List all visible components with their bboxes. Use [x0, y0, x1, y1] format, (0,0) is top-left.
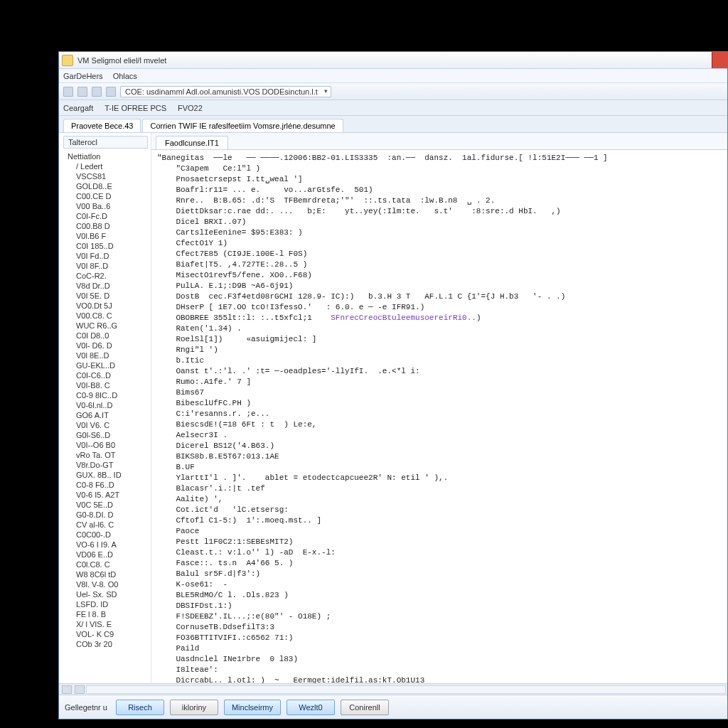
tree-item-38[interactable]: VO-6 I I9. A: [68, 540, 151, 550]
code-line-48: I8lteae':: [157, 665, 722, 675]
tree-item-44[interactable]: LSFD. ID: [68, 599, 151, 609]
code-area[interactable]: "Banegitas ──le ── ────.12006:BB2-01.LIS…: [151, 150, 727, 683]
tree-item-16[interactable]: WUC R6..G: [68, 321, 151, 331]
tree-item-3[interactable]: C00.CE D: [68, 191, 151, 201]
tree-item-13[interactable]: V0I 5E. D: [68, 291, 151, 301]
scroll-right-icon[interactable]: [75, 685, 85, 694]
footer-button-0[interactable]: Risech: [116, 700, 164, 715]
tree-item-27[interactable]: G0l-S6..D: [68, 430, 151, 440]
menu-item-0[interactable]: GarDeHers: [63, 72, 103, 80]
tree-item-11[interactable]: CoC-R2.: [68, 271, 151, 281]
tree-item-14[interactable]: VO0.Dt 5J: [68, 301, 151, 311]
main-tab-0[interactable]: Faodlcunse.IT1: [156, 136, 228, 149]
tree-item-4[interactable]: V00 Ba..6: [68, 201, 151, 211]
tree-item-25[interactable]: GO6 A.IT: [68, 410, 151, 420]
toolbar-icon-3[interactable]: [92, 87, 102, 97]
code-line-11: MisectO1revf5/fene. XO0..F68): [157, 270, 722, 281]
tree-item-9[interactable]: V0I Fd..D: [68, 251, 151, 261]
menubar: GarDeHers Ohlacs: [59, 69, 727, 83]
scroll-left-icon[interactable]: [62, 685, 72, 694]
tree-item-17[interactable]: C0I D8..0: [68, 331, 151, 341]
tree-item-43[interactable]: Uel- Sx. SD: [68, 589, 151, 599]
footer-button-3[interactable]: Wezlt0: [287, 700, 335, 715]
scroll-track[interactable]: [86, 685, 726, 694]
tree-item-35[interactable]: G0-8.DI. D: [68, 510, 151, 520]
tree-item-6[interactable]: C00.B8 D: [68, 221, 151, 231]
footer-button-2[interactable]: Minclseirmy: [224, 700, 281, 715]
tree-item-1[interactable]: VSCS81: [68, 171, 151, 181]
tree-item-41[interactable]: W8 8C6l tD: [68, 569, 151, 579]
tree-item-42[interactable]: V8l. V-8. O0: [68, 579, 151, 589]
code-line-35: Paoce: [157, 526, 722, 537]
tree-item-0[interactable]: / Ledert: [68, 161, 151, 171]
horizontal-scrollbar[interactable]: [59, 683, 727, 695]
tab-0[interactable]: Praovete Bece.43: [63, 119, 141, 132]
tree-item-5[interactable]: C0I-Fc.D: [68, 211, 151, 221]
main-panel: Faodlcunse.IT1 "Banegitas ──le ── ────.1…: [151, 133, 727, 683]
code-line-7: CartslIeEenine= $95:E383: ): [157, 228, 722, 238]
footer-button-1[interactable]: ikloriny: [170, 700, 218, 715]
tree-item-8[interactable]: C0I 185..D: [68, 241, 151, 251]
tree-item-12[interactable]: V8d Dr..D: [68, 281, 151, 291]
code-line-15: OBOBREE 355lt::l: :..t5xfcl;1 SFnrecCreo…: [157, 313, 722, 323]
code-line-10: Biafet|T5. ,4.727TE:.28..5 ): [157, 259, 722, 270]
tree-item-18[interactable]: V0l- D6. D: [68, 341, 151, 350]
code-line-28: BIKS8b.B.E5T67:013.1AE: [157, 451, 722, 462]
titlebar: VM Seligmol eliel/l mvelet: [59, 52, 727, 69]
tree-item-40[interactable]: C0l.C8. C: [68, 560, 151, 569]
tree-item-29[interactable]: vRo Ta. OT: [68, 450, 151, 460]
tree-item-34[interactable]: V0C 5E..D: [68, 500, 151, 510]
toolbar: COE: usdinamml Adl.ool.amunisti.VOS DODE…: [59, 83, 727, 100]
footer-button-4[interactable]: Conirenll: [341, 700, 389, 715]
tree-item-47[interactable]: VOL- K C9: [68, 629, 151, 639]
tree-item-24[interactable]: V0-6l.nl..D: [68, 400, 151, 410]
tree-item-10[interactable]: V0I 8F..D: [68, 261, 151, 271]
tree-item-28[interactable]: V0I--O6 B0: [68, 440, 151, 450]
code-line-16: Raten('1.34) .: [157, 323, 722, 334]
tree-item-21[interactable]: C0I-C6..D: [68, 370, 151, 380]
sidebar-header[interactable]: Talterocl: [63, 136, 148, 149]
tree-item-33[interactable]: V0-6 I5. A2T: [68, 490, 151, 500]
toolbar-icon-2[interactable]: [77, 87, 87, 97]
code-line-2: Pnosaetcrsepst I.tt␣weal ']: [157, 174, 722, 185]
code-line-30: YlarttI'l . ]'. ablet = etodectcapcuee2R…: [157, 473, 722, 483]
body: Talterocl Nettiatlon / LedertVSCS81GOLD8…: [59, 133, 727, 683]
secondbar-item-2[interactable]: FVO22: [178, 104, 203, 112]
code-line-23: BibesclUfFC.PH ): [157, 398, 722, 409]
sidebar: Talterocl Nettiatlon / LedertVSCS81GOLD8…: [59, 133, 151, 683]
code-line-38: Fasce:️:. ts.n A4'66 5. ): [157, 558, 722, 569]
path-dropdown[interactable]: COE: usdinamml Adl.ool.amunisti.VOS DODE…: [120, 86, 331, 97]
toolbar-icon-1[interactable]: [63, 87, 73, 97]
tree-item-32[interactable]: C0-8 F6..D: [68, 480, 151, 490]
code-line-49: DicrcabL.. l.otl: ) ~ Eermget:idelfil.as…: [157, 675, 722, 683]
tree-item-22[interactable]: V0I-B8. C: [68, 380, 151, 390]
tree-item-7[interactable]: V0l.B6 F: [68, 231, 151, 241]
tree-item-31[interactable]: GUX. 8B.. ID: [68, 470, 151, 480]
code-line-5: DiettDksar:c.rae dd:. ... b;E: yt..yey(:…: [157, 206, 722, 217]
tree-item-48[interactable]: COb 3r 20: [68, 639, 151, 649]
tree-item-46[interactable]: X/ l VIS. E: [68, 619, 151, 629]
toolbar-icon-4[interactable]: [106, 87, 116, 97]
code-line-34: Cftofl C1-5:) 1':.moeq.mst.. ]: [157, 515, 722, 526]
document-tabbar: Praovete Bece.43 Corrien TWIF IE rafeslf…: [59, 116, 727, 133]
tree-item-2[interactable]: GOLD8..E: [68, 181, 151, 191]
secondbar-item-1[interactable]: T-IE OFREE PCS: [105, 104, 166, 112]
menu-item-1[interactable]: Ohlacs: [113, 72, 137, 80]
secondbar-item-0[interactable]: Ceargaft: [63, 104, 93, 112]
tree-item-23[interactable]: C0-9 8IC..D: [68, 390, 151, 400]
tree-item-37[interactable]: C0C00-.D: [68, 530, 151, 540]
tree-item-15[interactable]: V00.C8. C: [68, 311, 151, 321]
tree-item-39[interactable]: VD06 E..D: [68, 550, 151, 560]
close-button[interactable]: [712, 52, 727, 68]
code-line-13: DostB cec.F3f4etd08rGCHI 128.9- IC):) b.…: [157, 291, 722, 302]
tree-item-19[interactable]: V0l 8E..D: [68, 350, 151, 360]
footer: Gellegetnr u RisechiklorinyMinclseirmyWe…: [59, 695, 727, 719]
code-line-3: Boafrl:r11= ... e. vo...arGtsfe. 501): [157, 185, 722, 196]
tree-root[interactable]: Nettiatlon: [68, 151, 151, 161]
tree-item-45[interactable]: FE l 8. B: [68, 609, 151, 619]
tree-item-36[interactable]: CV al-l6. C: [68, 520, 151, 530]
tree-item-26[interactable]: V0I V6. C: [68, 420, 151, 430]
tab-1[interactable]: Corrien TWIF IE rafeslfeetiim Vomsre.jrl…: [142, 119, 343, 132]
tree-item-20[interactable]: GU-EKL..D: [68, 360, 151, 370]
tree-item-30[interactable]: V8r.Do-GT: [68, 460, 151, 470]
